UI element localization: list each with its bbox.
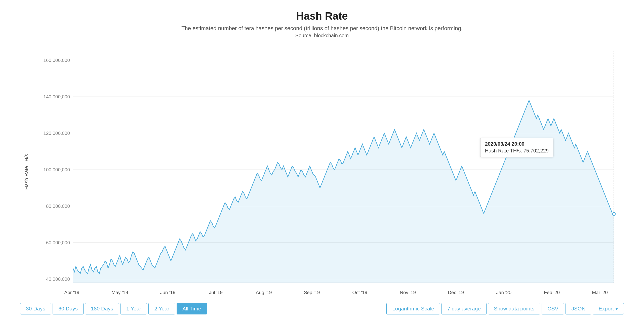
- x-axis-label: Mar '20: [576, 290, 624, 298]
- page-wrapper: Hash Rate The estimated number of tera h…: [0, 0, 644, 322]
- chart-inner: 160,000,000140,000,000120,000,000100,000…: [33, 46, 624, 298]
- svg-text:60,000,000: 60,000,000: [46, 240, 70, 245]
- y-axis-label: Hash Rate TH/s: [20, 46, 33, 298]
- x-axis-label: Dec '19: [432, 290, 480, 298]
- chart-title: Hash Rate: [296, 10, 348, 22]
- svg-text:120,000,000: 120,000,000: [43, 131, 70, 136]
- svg-text:100,000,000: 100,000,000: [43, 167, 70, 172]
- svg-text:160,000,000: 160,000,000: [43, 58, 70, 63]
- controls-row: 30 Days60 Days180 Days1 Year2 YearAll Ti…: [20, 303, 624, 314]
- svg-text:40,000,000: 40,000,000: [46, 276, 70, 282]
- x-axis-label: May '19: [96, 290, 144, 298]
- option-button[interactable]: 7 day average: [441, 303, 487, 314]
- svg-point-17: [612, 213, 615, 216]
- main-chart-svg: 160,000,000140,000,000120,000,000100,000…: [33, 46, 624, 288]
- option-button[interactable]: CSV: [542, 303, 564, 314]
- x-axis-label: Feb '20: [528, 290, 576, 298]
- option-button[interactable]: Show data points: [488, 303, 540, 314]
- option-button[interactable]: Export ▾: [593, 303, 624, 314]
- svg-text:80,000,000: 80,000,000: [46, 204, 70, 209]
- x-axis-label: Sep '19: [288, 290, 336, 298]
- x-axis-label: Nov '19: [384, 290, 432, 298]
- x-axis-label: Jun '19: [144, 290, 192, 298]
- x-axis-label: Aug '19: [240, 290, 288, 298]
- chart-subtitle: The estimated number of tera hashes per …: [181, 25, 463, 32]
- chart-svg-area: 160,000,000140,000,000120,000,000100,000…: [33, 46, 624, 288]
- time-buttons-group: 30 Days60 Days180 Days1 Year2 YearAll Ti…: [20, 303, 207, 314]
- x-axis-label: Jul '19: [192, 290, 240, 298]
- x-axis-label: Apr '19: [48, 290, 96, 298]
- x-axis-label: Oct '19: [336, 290, 384, 298]
- chart-source: Source: blockchain.com: [295, 33, 349, 38]
- time-button[interactable]: 2 Year: [148, 303, 175, 314]
- x-axis-labels: Apr '19May '19Jun '19Jul '19Aug '19Sep '…: [33, 288, 624, 298]
- option-button[interactable]: Logarithmic Scale: [386, 303, 440, 314]
- x-axis-label: Jan '20: [480, 290, 528, 298]
- svg-text:140,000,000: 140,000,000: [43, 94, 70, 99]
- time-button[interactable]: 1 Year: [120, 303, 147, 314]
- time-button[interactable]: 180 Days: [85, 303, 119, 314]
- time-button[interactable]: All Time: [177, 303, 207, 314]
- chart-container: Hash Rate TH/s 160,000,000140,000,000120…: [20, 46, 624, 298]
- time-button[interactable]: 30 Days: [20, 303, 51, 314]
- option-buttons-group: Logarithmic Scale7 day averageShow data …: [386, 303, 624, 314]
- option-button[interactable]: JSON: [566, 303, 591, 314]
- time-button[interactable]: 60 Days: [53, 303, 84, 314]
